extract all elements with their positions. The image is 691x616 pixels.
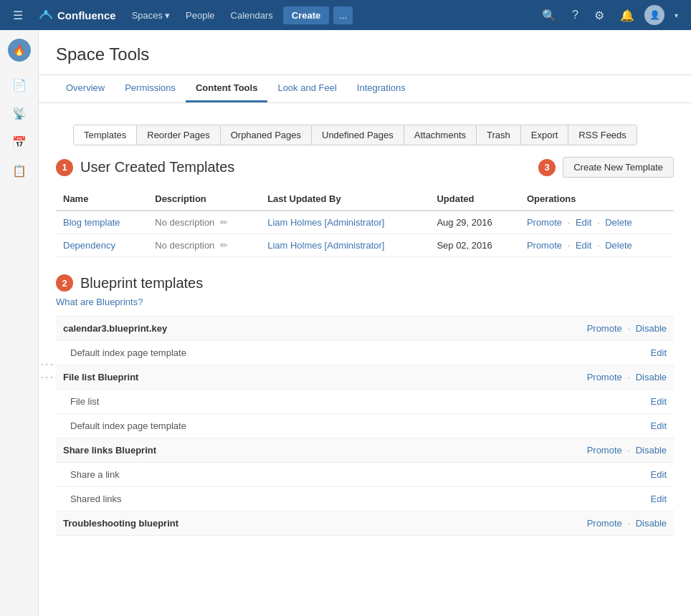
settings-icon[interactable]: ⚙ [588, 6, 610, 25]
edit-shared-links[interactable]: Edit [651, 494, 667, 504]
blueprint-table: calendar3.blueprint.key Promote · Disabl… [56, 316, 674, 536]
avatar-dropdown-icon[interactable]: ▾ [669, 9, 684, 22]
blueprint-ops-default-index-1: Edit [423, 341, 674, 365]
promote-file-list[interactable]: Promote [587, 372, 622, 382]
more-button[interactable]: ... [333, 6, 353, 24]
disable-calendar[interactable]: Disable [636, 323, 667, 334]
col-operations: Operations [520, 188, 674, 211]
blueprint-child-row: Default index page template Edit [56, 341, 674, 365]
edit-share-a-link[interactable]: Edit [651, 469, 667, 480]
blueprint-child-default-index-2: Default index page template [56, 414, 423, 438]
tab-integrations[interactable]: Integrations [347, 75, 416, 102]
promote-blog[interactable]: Promote [527, 217, 562, 228]
people-link[interactable]: People [180, 7, 220, 24]
tab-bar: Overview Permissions Content Tools Look … [39, 75, 691, 103]
blueprint-header-file-list: File list Blueprint [56, 365, 423, 390]
user-avatar[interactable]: 👤 [644, 5, 664, 25]
template-edit-desc-icon-dependency[interactable]: ✏ [220, 240, 228, 251]
tab-overview[interactable]: Overview [56, 75, 115, 102]
edit-dependency[interactable]: Edit [576, 240, 591, 251]
edit-default-index-2[interactable]: Edit [651, 420, 667, 431]
table-row: Dependency No description ✏ Liam Holmes … [56, 234, 674, 257]
page-title: Space Tools [56, 44, 149, 64]
delete-dependency[interactable]: Delete [605, 240, 632, 251]
page-layout: 🔥 📄 📡 📅 📋 Space Tools Overview Permissio… [0, 30, 691, 616]
inner-tab-container: Templates Reorder Pages Orphaned Pages U… [39, 103, 691, 145]
edit-blog[interactable]: Edit [576, 217, 591, 228]
blueprint-group-row: File list Blueprint Promote · Disable [56, 365, 674, 390]
delete-blog[interactable]: Delete [605, 217, 632, 228]
hamburger-menu-icon[interactable]: ☰ [7, 6, 29, 25]
inner-tab-rss-feeds[interactable]: RSS Feeds [568, 125, 636, 145]
blueprint-child-default-index-1: Default index page template [56, 341, 423, 365]
sidebar-pages-icon[interactable]: 📄 [6, 72, 32, 97]
disable-troubleshooting[interactable]: Disable [636, 518, 667, 529]
inner-tab-undefined-pages[interactable]: Undefined Pages [312, 125, 404, 145]
section-badge-1: 1 [56, 159, 73, 176]
blueprint-child-row: Share a link Edit [56, 463, 674, 487]
tab-look-and-feel[interactable]: Look and Feel [267, 75, 346, 102]
blueprint-header-calendar: calendar3.blueprint.key [56, 317, 423, 341]
promote-share-links[interactable]: Promote [587, 445, 622, 456]
create-new-template-button[interactable]: Create New Template [563, 157, 674, 178]
sidebar-templates-icon[interactable]: 📋 [6, 158, 32, 183]
blueprint-ops-share-links: Promote · Disable [423, 438, 674, 463]
inner-tab-attachments[interactable]: Attachments [404, 125, 477, 145]
blueprint-child-row: Shared links Edit [56, 487, 674, 511]
blueprint-ops-share-a-link: Edit [423, 463, 674, 487]
create-badge-3: 3 [538, 159, 556, 176]
table-row: Blog template No description ✏ Liam Holm… [56, 211, 674, 234]
blueprint-title-wrapper: 2 Blueprint templates [56, 274, 674, 292]
create-button[interactable]: Create [283, 6, 329, 24]
notifications-icon[interactable]: 🔔 [614, 6, 640, 25]
section-badge-2: 2 [56, 274, 73, 292]
template-ops-blog: Promote · Edit · Delete [527, 217, 632, 228]
blueprint-child-shared-links: Shared links [56, 487, 423, 511]
disable-file-list[interactable]: Disable [636, 372, 667, 382]
blueprint-ops-default-index-2: Edit [423, 414, 674, 438]
logo-text: Confluence [57, 9, 116, 21]
content-body: 1 User Created Templates 3 Create New Te… [39, 157, 691, 553]
edit-default-index-1[interactable]: Edit [651, 347, 667, 358]
template-desc-dependency: No description [155, 240, 214, 251]
help-icon[interactable]: ? [566, 6, 584, 24]
space-avatar[interactable]: 🔥 [8, 39, 31, 62]
main-content: Space Tools Overview Permissions Content… [39, 30, 691, 616]
blueprint-ops-file-list-edit: Edit [423, 390, 674, 414]
drag-handle[interactable]: ⋮⋮ [39, 358, 55, 384]
promote-troubleshooting[interactable]: Promote [587, 518, 622, 529]
template-updated-by-dependency[interactable]: Liam Holmes [Administrator] [267, 240, 384, 251]
sidebar-rss-icon[interactable]: 📡 [6, 100, 32, 126]
promote-calendar[interactable]: Promote [587, 323, 622, 334]
inner-tab-bar: Templates Reorder Pages Orphaned Pages U… [73, 125, 637, 145]
section-title-wrapper: 1 User Created Templates [56, 159, 234, 176]
inner-tab-trash[interactable]: Trash [477, 125, 521, 145]
blueprint-ops-troubleshooting: Promote · Disable [423, 511, 674, 536]
spaces-menu[interactable]: Spaces ▾ [126, 7, 176, 24]
template-updated-by-blog[interactable]: Liam Holmes [Administrator] [267, 217, 384, 228]
template-name-dependency[interactable]: Dependency [63, 240, 115, 251]
template-ops-dependency: Promote · Edit · Delete [527, 240, 632, 251]
blueprint-group-row: Troubleshooting blueprint Promote · Disa… [56, 511, 674, 536]
what-are-blueprints-link[interactable]: What are Blueprints? [56, 297, 143, 307]
template-desc-blog: No description [155, 217, 214, 228]
inner-tab-export[interactable]: Export [521, 125, 569, 145]
tab-content-tools[interactable]: Content Tools [186, 75, 267, 102]
inner-tab-templates[interactable]: Templates [74, 125, 137, 145]
template-edit-desc-icon-blog[interactable]: ✏ [220, 217, 228, 228]
blueprint-header-share-links: Share links Blueprint [56, 438, 423, 463]
tab-permissions[interactable]: Permissions [115, 75, 186, 102]
edit-file-list[interactable]: Edit [651, 396, 667, 407]
promote-dependency[interactable]: Promote [527, 240, 562, 251]
calendars-link[interactable]: Calendars [225, 7, 279, 24]
top-navigation: ☰ Confluence Spaces ▾ People Calendars C… [0, 0, 691, 30]
search-icon[interactable]: 🔍 [536, 6, 562, 25]
blueprint-child-row: Default index page template Edit [56, 414, 674, 438]
template-name-blog[interactable]: Blog template [63, 217, 120, 228]
inner-tab-orphaned-pages[interactable]: Orphaned Pages [221, 125, 312, 145]
col-name: Name [56, 188, 148, 211]
sidebar-calendar-icon[interactable]: 📅 [6, 129, 32, 155]
disable-share-links[interactable]: Disable [636, 445, 667, 456]
inner-tab-reorder-pages[interactable]: Reorder Pages [137, 125, 220, 145]
confluence-logo[interactable]: Confluence [33, 8, 122, 22]
